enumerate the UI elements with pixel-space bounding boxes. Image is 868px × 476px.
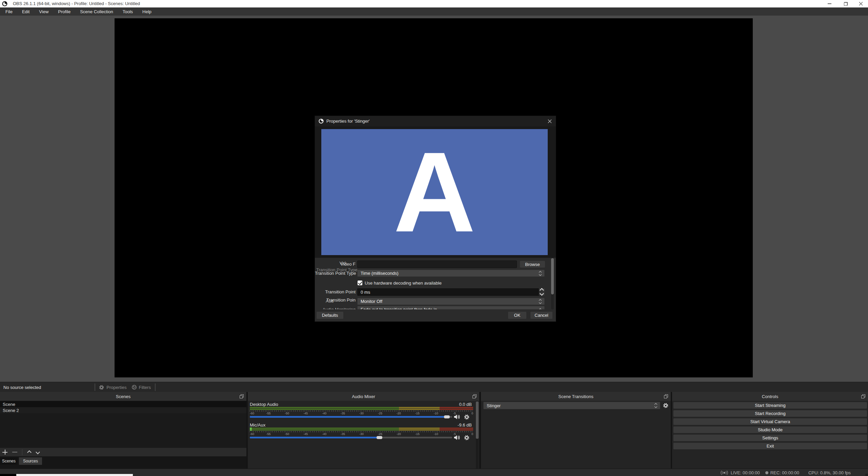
settings-button[interactable]: Settings <box>673 434 867 441</box>
start-recording-button[interactable]: Start Recording <box>673 410 867 417</box>
scenes-panel-title: Scenes <box>116 394 130 399</box>
exit-button[interactable]: Exit <box>673 442 867 450</box>
channel-settings-gear-icon[interactable] <box>464 414 470 420</box>
float-panel-icon[interactable] <box>472 394 477 399</box>
combo-spinner[interactable] <box>537 306 543 309</box>
transition-select[interactable]: Stinger <box>483 402 660 409</box>
audio-monitoring-label: Transition Poin <box>315 297 356 303</box>
resize-grip[interactable] <box>865 474 868 476</box>
toolbar-divider <box>22 449 22 455</box>
volume-slider-handle[interactable] <box>444 415 450 418</box>
filters-toolbar-button[interactable]: Filters <box>132 385 151 390</box>
scene-list-item[interactable]: Scene 2 <box>0 407 246 413</box>
audio-monitoring-value: Monitor Off <box>361 299 382 304</box>
scenes-panel: Scenes Scene Scene 2 Scenes Sources <box>0 392 246 469</box>
defaults-button[interactable]: Defaults <box>316 311 344 319</box>
restore-icon <box>844 2 848 6</box>
dialog-titlebar[interactable]: Properties for 'Stinger' <box>315 116 556 126</box>
menu-scene-collection[interactable]: Scene Collection <box>75 7 118 16</box>
audio-fade-style-label: Audio Monitoring <box>315 307 356 309</box>
menu-profile[interactable]: Profile <box>53 7 75 16</box>
chevron-up-icon <box>539 308 542 309</box>
chevron-down-icon <box>539 301 542 304</box>
dialog-close-button[interactable] <box>547 118 553 124</box>
audio-monitoring-select[interactable]: Monitor Off <box>357 298 545 305</box>
minimize-icon <box>828 3 831 4</box>
transition-point-row: Transition Point 0 ms <box>315 288 556 296</box>
transition-point-type-row: Transition Point Type Transition Point T… <box>315 270 556 278</box>
controls-panel: Controls Start Streaming Start Recording… <box>672 392 868 469</box>
broadcast-icon <box>720 470 729 475</box>
remove-scene-button[interactable] <box>12 452 17 453</box>
window-titlebar: OBS 26.1.1 (64-bit, windows) - Profile: … <box>0 0 868 7</box>
video-file-input[interactable] <box>357 261 517 268</box>
window-title: OBS 26.1.1 (64-bit, windows) - Profile: … <box>13 1 140 6</box>
obs-main-window: OBS 26.1.1 (64-bit, windows) - Profile: … <box>0 0 868 476</box>
tab-scenes[interactable]: Scenes <box>0 457 18 465</box>
meter-tick-labels: -60-55-50-45-40-35-30-25-20-15-10-50 <box>250 432 473 436</box>
menu-help[interactable]: Help <box>138 7 156 16</box>
spin-down-button[interactable] <box>539 292 545 295</box>
audio-mixer-header: Audio Mixer <box>248 392 479 401</box>
close-button[interactable] <box>855 0 866 7</box>
float-panel-icon[interactable] <box>861 394 866 399</box>
mixer-scrollbar[interactable] <box>476 401 479 469</box>
source-toolbar: No source selected Properties Filters <box>0 382 868 392</box>
scrollbar-thumb[interactable] <box>551 258 554 294</box>
stinger-video-preview: A <box>321 129 548 255</box>
tab-sources[interactable]: Sources <box>19 457 42 465</box>
combo-spinner[interactable] <box>537 298 543 305</box>
volume-slider[interactable] <box>250 437 452 438</box>
hardware-decoding-checkbox[interactable] <box>358 281 362 285</box>
scene-list-toolbar <box>0 448 246 456</box>
scene-list-item[interactable]: Scene <box>0 401 246 407</box>
channel-settings-gear-icon[interactable] <box>464 435 470 441</box>
speaker-icon[interactable] <box>453 414 460 420</box>
browse-button[interactable]: Browse <box>520 261 545 268</box>
transition-point-input[interactable]: 0 ms <box>357 288 543 296</box>
minimize-button[interactable] <box>824 0 835 7</box>
channel-name: Desktop Audio <box>250 402 278 407</box>
preview-letter: A <box>393 135 476 249</box>
menu-file[interactable]: File <box>1 7 17 16</box>
transition-point-label: Transition Point <box>315 289 356 294</box>
cancel-button[interactable]: Cancel <box>530 311 553 319</box>
add-scene-button[interactable] <box>2 450 7 455</box>
move-scene-up-button[interactable] <box>27 450 32 455</box>
combo-spinner[interactable] <box>653 402 659 409</box>
close-icon <box>548 119 552 123</box>
start-virtual-camera-button[interactable]: Start Virtual Camera <box>673 418 867 425</box>
transition-settings-gear-icon[interactable] <box>663 402 669 409</box>
scenes-panel-header: Scenes <box>0 392 246 401</box>
rec-dot-icon <box>765 471 768 474</box>
menu-tools[interactable]: Tools <box>118 7 138 16</box>
controls-title: Controls <box>762 394 778 399</box>
volume-meter <box>250 407 473 410</box>
gear-icon <box>99 385 104 390</box>
channel-volume-db: -9.6 dB <box>458 422 472 428</box>
volume-meter <box>250 428 473 431</box>
restore-button[interactable] <box>840 0 851 7</box>
ok-button[interactable]: OK <box>508 311 527 319</box>
start-streaming-button[interactable]: Start Streaming <box>673 402 867 409</box>
menu-edit[interactable]: Edit <box>17 7 34 16</box>
float-panel-icon[interactable] <box>239 394 244 399</box>
transition-point-type-value: Time (milliseconds) <box>361 271 398 276</box>
audio-fade-style-value: Fade out to transition point then fade i… <box>361 307 437 309</box>
taskbar-sliver-light <box>16 474 133 476</box>
menu-view[interactable]: View <box>34 7 53 16</box>
float-panel-icon[interactable] <box>664 394 668 399</box>
combo-spinner[interactable] <box>537 270 543 276</box>
move-scene-down-button[interactable] <box>36 450 40 454</box>
audio-fade-style-select[interactable]: Fade out to transition point then fade i… <box>357 306 545 309</box>
volume-slider-handle[interactable] <box>377 436 382 439</box>
transition-point-type-select[interactable]: Time (milliseconds) <box>357 270 545 277</box>
scrollbar-thumb[interactable] <box>476 401 479 439</box>
properties-toolbar-button[interactable]: Properties <box>99 385 126 390</box>
audio-mixer-title: Audio Mixer <box>352 394 375 399</box>
speaker-icon[interactable] <box>453 434 460 441</box>
studio-mode-button[interactable]: Studio Mode <box>673 426 867 433</box>
dialog-scrollbar[interactable] <box>551 258 554 309</box>
volume-slider[interactable] <box>250 416 452 418</box>
chevron-down-icon <box>654 405 657 408</box>
